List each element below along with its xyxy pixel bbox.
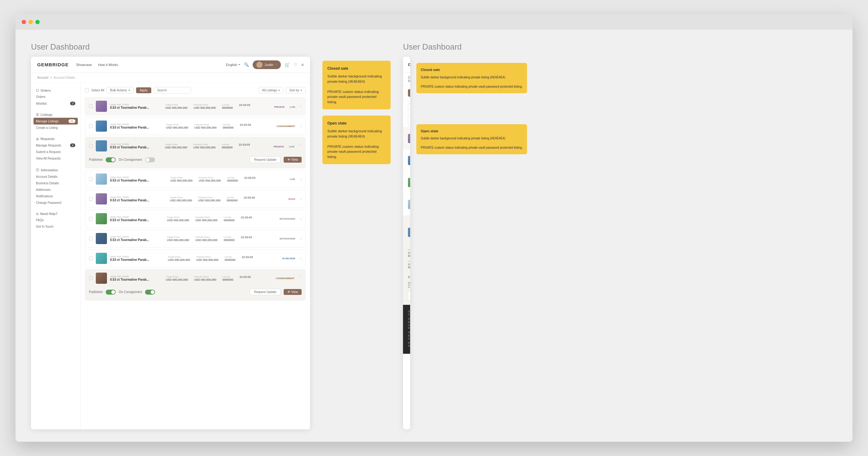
gembridge-logo[interactable]: GEMBRIDGE [37,62,69,67]
language-label: English [226,63,237,67]
request-update-button-2[interactable]: Request Update [250,289,280,295]
all-listings-dropdown[interactable]: All Listings [259,87,284,94]
right-gem-thumbnail [408,200,410,209]
sidebar-section-information: ⓘ Information Account Details Business D… [31,167,80,206]
bulk-actions-dropdown[interactable]: Bulk Actions [106,87,133,94]
listing-item[interactable]: Seller Ref: 20481 0.53 ct Tourmaline Par… [85,230,306,248]
user-badge[interactable]: Justin [253,60,281,69]
right-section-title: User Dashboard [403,42,527,52]
sidebar-item-manage-listings[interactable]: Manage Listings 21 [33,118,78,125]
sidebar-item-notifications[interactable]: Notifications [31,193,80,199]
listing-item[interactable]: Seller Ref: 20481 0.53 ct Tourmaline Par… [85,249,306,267]
listings-icon: ☰ [36,113,39,117]
published-toggle[interactable] [106,157,116,162]
maximize-button[interactable] [35,20,40,24]
showcase-link[interactable]: Showcase [76,63,92,67]
right-gembridge-logo[interactable]: GEMBRIDGE [408,62,410,67]
listing-name: 0.53 ct Tourmaline Parab... [110,238,164,241]
listing-item[interactable]: Seller Ref: 20481 0.53 ct Tourmaline Par… [85,190,306,208]
sidebar-item-get-in-touch[interactable]: Get In Touch [31,223,80,230]
listing-checkbox[interactable] [89,217,93,221]
gem-thumbnail [96,193,107,204]
right-dashboard-frame: GEMBRIDGE 🔍 ≡ Dashboard Menu › Apply [403,57,410,429]
sidebar-item-manage-requests[interactable]: Manage Requests 4 [31,142,80,149]
right-annotations-wrapper: Closed sate Subtle darker background ind… [416,57,527,429]
main-layout: ☐ Orders Orders Wishlist 3 [31,83,310,429]
left-section-title: User Dashboard [31,42,310,52]
apply-bar-button[interactable]: Apply [408,89,410,97]
listing-checkbox[interactable] [89,144,93,148]
sidebar-item-faqs[interactable]: FAQs [31,217,80,223]
close-button[interactable] [22,20,26,24]
menu-icon[interactable]: ≡ [301,62,304,67]
listing-item[interactable]: Seller Ref: 20481 0.53 ct Tourmaline Par… [85,117,306,135]
language-selector[interactable]: English [226,63,240,67]
expanded-listing-item[interactable]: Seller Ref: 20481 0.53 ct Tourmaline Par… [85,269,306,300]
listing-item[interactable]: Seller Ref: 20481 0.53 ct Tourmaline Par… [85,97,306,115]
published-toggle-2[interactable] [106,290,116,295]
minimize-button[interactable] [29,20,33,24]
listings-search-input[interactable] [154,87,191,94]
right-annotation-title-open: Open state [421,129,523,134]
right-expanded-item[interactable]: Seller Ref: 20481 0.53 ct Tourmaline Par… [403,216,410,305]
listing-name: 0.53 ct Tourmaline Parab... [110,145,162,149]
sidebar-item-create-listing[interactable]: Create a Listing [31,125,80,131]
listing-checkbox[interactable] [89,237,93,240]
sidebar-item-orders[interactable]: Orders [31,94,80,100]
listing-checkbox[interactable] [89,177,93,181]
listing-item[interactable]: Seller Ref: 20481 0.53 ct Tourmaline Par… [85,210,306,228]
sidebar-item-view-requests[interactable]: View All Requests [31,155,80,162]
right-footer: Gembridge Charter Disclosure & Listing P… [403,305,410,354]
consignment-toggle[interactable] [145,157,155,162]
right-gem-thumbnail [408,178,410,187]
listing-checkbox[interactable] [89,104,93,108]
right-annotation-text: Subtle darker background indicating priv… [421,75,523,79]
listing-checkbox[interactable] [89,276,93,280]
right-search-input[interactable] [408,103,410,110]
user-name: Justin [265,63,273,67]
listing-info: Seller Ref: 20481 0.53 ct Tourmaline Par… [110,143,162,149]
sidebar-item-submit-request[interactable]: Submit a Request [31,149,80,155]
sidebar-item-account-details[interactable]: Account Details [31,173,80,180]
dashboard-menu-bar[interactable]: Dashboard Menu › [403,73,410,86]
right-navbar: GEMBRIDGE 🔍 ≡ [403,57,410,73]
manage-listings-badge: 21 [68,119,75,123]
annotation-title-open: Open state [328,121,385,126]
right-listing-item[interactable]: Seller Ref: 20481 0.53 ct Tourmaline Par… [403,150,410,172]
request-update-button[interactable]: Request Update [250,157,280,163]
sidebar-item-business-details[interactable]: Business Details [31,180,80,187]
view-button[interactable]: 👁 View [284,157,302,163]
listing-item[interactable]: Seller Ref: 20481 0.53 ct Tourmaline Par… [85,170,306,188]
heart-icon[interactable]: ♡ [293,62,298,67]
cart-icon[interactable]: 🛒 [285,62,290,67]
consignment-toggle-2[interactable] [145,290,155,295]
listing-prices: Trade Price USD 000,000,000 Friends Pric… [170,196,283,202]
right-listing-item[interactable]: Seller Ref: 20481 0.53 ct Tourmaline Par… [403,128,410,150]
sidebar-item-addresses[interactable]: Addresses [31,187,80,193]
sidebar-item-change-password[interactable]: Change Password [31,199,80,206]
select-all-label: Select All [91,89,104,92]
sidebar-title-requests: ◎ Requests [31,136,80,142]
sidebar-item-wishlist[interactable]: Wishlist 3 [31,100,80,107]
search-icon[interactable]: 🔍 [244,62,249,67]
all-listings-chevron [278,90,280,91]
listing-name: 0.53 ct Tourmaline Parab... [110,278,163,281]
breadcrumb: Account > Account Details [31,73,310,83]
view-button-2[interactable]: 👁 View [284,289,302,295]
toolbar-apply-button[interactable]: Apply [136,87,151,93]
sort-by-dropdown[interactable]: Sort by [286,87,306,94]
select-all-checkbox[interactable] [85,88,89,92]
right-all-listings-dropdown[interactable]: All Listings [408,116,410,126]
listing-prices: Trade Price USD 000,000,000 Friends Pric… [167,236,275,241]
expanded-listing-item[interactable]: Seller Ref: 20481 0.53 ct Tourmaline Par… [85,137,306,168]
listing-checkbox[interactable] [89,197,93,201]
right-request-update-button[interactable]: Request Update [408,291,410,301]
right-listing-item[interactable]: Seller Ref: 20481 0.53 ct Tourmaline Par… [403,172,410,194]
how-it-works-link[interactable]: How it Works [98,63,118,67]
sidebar-title-information: ⓘ Information [31,167,80,173]
listing-checkbox[interactable] [89,257,93,260]
listing-prices: Trade Price USD 000,000,000 Friends Pric… [166,275,271,281]
right-listing-item[interactable]: Seller Ref: 20481 0.53 ct Tourmaline Par… [403,194,410,216]
listing-checkbox[interactable] [89,124,93,128]
breadcrumb-account[interactable]: Account [37,76,49,79]
